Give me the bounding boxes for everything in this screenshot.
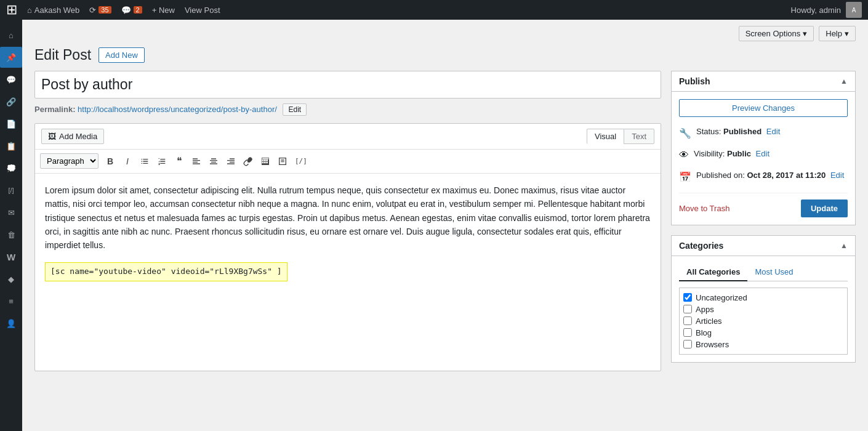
align-left-button[interactable] [188, 153, 204, 169]
category-checkbox-uncategorized[interactable] [683, 293, 692, 302]
add-media-button[interactable]: 🖼 Add Media [41, 129, 104, 144]
edit-post-layout: Permalink: http://localhost/wordpress/un… [34, 71, 856, 373]
wp-logo-icon: ⊞ [6, 2, 17, 18]
link-button[interactable] [240, 153, 256, 169]
status-icon: 🔧 [679, 127, 691, 139]
ordered-list-button[interactable] [154, 153, 170, 169]
published-on-value: Oct 28, 2017 at 11:20 [747, 171, 826, 180]
sidebar-item-links[interactable]: 🔗 [0, 91, 22, 112]
permalink-row: Permalink: http://localhost/wordpress/un… [34, 103, 661, 116]
sidebar-item-forms[interactable]: 📋 [0, 135, 22, 156]
sidebar-item-products[interactable]: ◆ [0, 268, 22, 289]
page-title: Edit Post [34, 46, 91, 65]
list-item: Uncategorized [683, 292, 843, 304]
category-label-uncategorized: Uncategorized [696, 293, 747, 302]
category-checkbox-browsers[interactable] [683, 340, 692, 348]
sidebar-item-layers[interactable]: ≡ [0, 291, 22, 312]
status-label: Status: [696, 127, 721, 136]
side-column: Publish ▲ Preview Changes 🔧 Status: Publ… [671, 71, 856, 373]
publish-box-content: Preview Changes 🔧 Status: Published Edit… [672, 92, 855, 225]
sidebar-item-comments[interactable]: 💬 [0, 69, 22, 90]
view-post-link[interactable]: View Post [185, 6, 220, 15]
sidebar-item-pages[interactable]: 📄 [0, 113, 22, 134]
update-button[interactable]: Update [801, 199, 848, 217]
admin-bar: ⊞ ⌂ Aakash Web ⟳ 35 💬 2 + New View Post … [0, 0, 868, 20]
tab-most-used-categories[interactable]: Most Used [747, 264, 800, 281]
main-content: Screen Options ▾ Help ▾ Edit Post Add Ne… [22, 20, 868, 431]
blockquote-button[interactable]: ❝ [171, 153, 187, 169]
avatar: A [846, 2, 862, 18]
site-name-link[interactable]: ⌂ Aakash Web [27, 6, 79, 15]
status-value: Published [723, 127, 762, 136]
sidebar-item-code[interactable]: [/] [0, 180, 22, 201]
bold-button[interactable]: B [102, 153, 118, 169]
category-checkbox-apps[interactable] [683, 305, 692, 313]
sidebar-item-users[interactable]: 👤 [0, 313, 22, 334]
paragraph-format-select[interactable]: Paragraph [40, 153, 98, 169]
publish-actions: Move to Trash Update [679, 193, 848, 217]
sidebar-item-email[interactable]: ✉ [0, 202, 22, 223]
status-edit-link[interactable]: Edit [766, 127, 780, 136]
updates-link[interactable]: ⟳ 35 [89, 6, 111, 15]
page-title-area: Edit Post Add New [34, 46, 145, 65]
publish-status-row: 🔧 Status: Published Edit [679, 124, 848, 142]
italic-button[interactable]: I [119, 153, 135, 169]
permalink-label: Permalink: [34, 105, 75, 114]
chevron-down-icon: ▾ [803, 29, 807, 38]
visibility-edit-link[interactable]: Edit [756, 149, 770, 158]
list-item: Articles [683, 315, 843, 327]
tab-visual[interactable]: Visual [587, 129, 624, 144]
sidebar-item-posts[interactable]: 📌 [0, 47, 22, 68]
categories-box-header: Categories ▲ [672, 236, 855, 256]
sidebar-item-dashboard[interactable]: ⌂ [0, 25, 22, 46]
publish-collapse-icon[interactable]: ▲ [840, 77, 848, 86]
align-right-button[interactable] [223, 153, 239, 169]
shortcode-block: [sc name="youtube-video" videoid="rLl9XB… [45, 262, 287, 281]
list-item: Apps [683, 304, 843, 315]
category-label-articles: Articles [696, 316, 722, 326]
sidebar-item-trash[interactable]: 🗑 [0, 224, 22, 245]
tab-all-categories[interactable]: All Categories [679, 264, 747, 281]
publish-date-row: 📅 Published on: Oct 28, 2017 at 11:20 Ed… [679, 168, 848, 185]
category-checkbox-articles[interactable] [683, 316, 692, 325]
new-content-link[interactable]: + New [152, 6, 175, 15]
published-on-edit-link[interactable]: Edit [830, 171, 844, 180]
post-title-input[interactable] [34, 71, 661, 99]
comments-icon: 💬 [121, 6, 131, 15]
format-toolbar: Paragraph B I ❝ [35, 150, 661, 174]
help-chevron-icon: ▾ [845, 29, 849, 38]
visibility-label: Visibility: [694, 149, 725, 158]
code-button[interactable]: [/] [292, 153, 310, 169]
howdy-text: Howdy, admin [791, 6, 841, 15]
sidebar-item-feedback[interactable]: 💭 [0, 158, 22, 179]
permalink-url[interactable]: http://localhost/wordpress/uncategorized… [78, 105, 277, 114]
align-center-button[interactable] [206, 153, 222, 169]
publish-visibility-row: 👁 Visibility: Public Edit [679, 147, 848, 163]
editor-content-area[interactable]: Lorem ipsum dolor sit amet, consectetur … [35, 174, 661, 371]
sidebar-item-woo[interactable]: W [0, 246, 22, 267]
categories-tabs: All Categories Most Used [679, 264, 848, 281]
post-body-text: Lorem ipsum dolor sit amet, consectetur … [45, 183, 651, 252]
category-label-browsers: Browsers [696, 340, 729, 349]
calendar-icon: 📅 [679, 171, 691, 183]
tab-text[interactable]: Text [624, 129, 654, 144]
table-button[interactable] [275, 153, 291, 169]
move-to-trash-link[interactable]: Move to Trash [679, 204, 729, 213]
page-header: Edit Post Add New [34, 46, 856, 65]
unordered-list-button[interactable] [137, 153, 153, 169]
categories-box: Categories ▲ All Categories Most Used Un… [671, 235, 856, 363]
publish-box: Publish ▲ Preview Changes 🔧 Status: Publ… [671, 71, 856, 225]
preview-changes-button[interactable]: Preview Changes [679, 99, 848, 117]
publish-box-header: Publish ▲ [672, 71, 855, 92]
comments-link[interactable]: 💬 2 [121, 6, 142, 15]
updates-icon: ⟳ [89, 6, 96, 15]
add-new-button[interactable]: Add New [98, 47, 145, 63]
categories-collapse-icon[interactable]: ▲ [840, 241, 848, 250]
table-row-button[interactable] [257, 153, 273, 169]
permalink-edit-button[interactable]: Edit [283, 103, 307, 116]
house-icon: ⌂ [27, 6, 32, 15]
category-checkbox-blog[interactable] [683, 328, 692, 337]
screen-options-button[interactable]: Screen Options ▾ [739, 26, 814, 41]
list-item: Browsers [683, 339, 843, 350]
help-button[interactable]: Help ▾ [819, 26, 856, 41]
